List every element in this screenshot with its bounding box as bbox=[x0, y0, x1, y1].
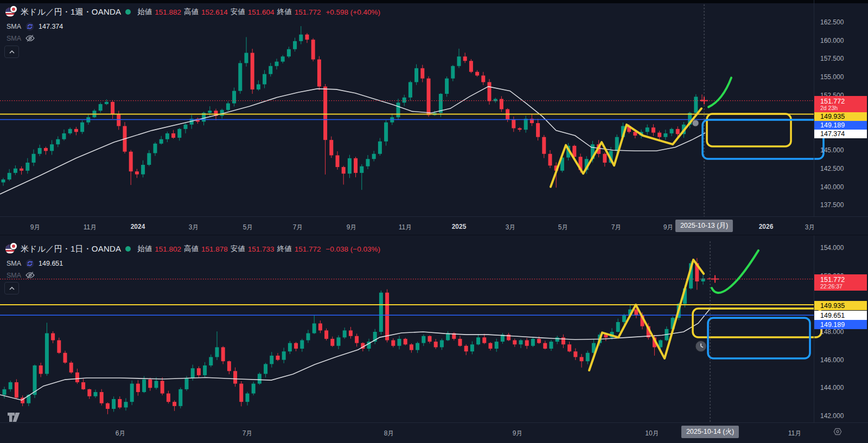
sma-indicator-row[interactable]: SMA 149.651 bbox=[7, 259, 63, 268]
time-axis-label: 8月 bbox=[384, 429, 394, 438]
open-value: 151.882 bbox=[155, 8, 181, 16]
current-bar-date-label-weekly: 2025-10-13 (月) bbox=[675, 220, 733, 232]
sma-hidden-indicator-row[interactable]: SMA bbox=[7, 34, 35, 43]
last-price-marker-daily bbox=[711, 275, 719, 283]
time-axis-label: 7月 bbox=[242, 429, 253, 438]
high-value: 151.878 bbox=[201, 245, 228, 253]
price-axis-label: 149.935 bbox=[814, 112, 867, 121]
time-axis-label: 9月 bbox=[30, 223, 41, 232]
price-tick-label: 145.000 bbox=[820, 146, 844, 154]
current-bar-date-label-daily: 2025-10-14 (火) bbox=[681, 426, 739, 438]
price-scale-settings-icon[interactable] bbox=[832, 426, 843, 437]
rect-drawing-yellow-weekly[interactable] bbox=[707, 114, 791, 146]
time-axis-label: 3月 bbox=[506, 223, 516, 232]
time-axis-label: 2025 bbox=[452, 223, 467, 230]
time-axis-label: 9月 bbox=[347, 223, 357, 232]
close-label: 終値 bbox=[277, 7, 292, 17]
price-tick-label: 137.500 bbox=[820, 201, 844, 209]
time-axis-label: 5月 bbox=[243, 223, 253, 232]
change-value: −0.038 (−0.03%) bbox=[326, 245, 380, 253]
time-axis-label: 11月 bbox=[399, 223, 412, 232]
sma-hidden-indicator-row[interactable]: SMA bbox=[7, 271, 35, 280]
sma-hidden-label: SMA bbox=[7, 272, 21, 279]
time-axis-label: 9月 bbox=[663, 223, 674, 232]
time-axis-weekly[interactable]: 2025-10-13 (月) 9月11月20243月5月7月9月11月20253… bbox=[0, 216, 868, 235]
time-axis-label: 2024 bbox=[131, 223, 145, 230]
symbol-title-weekly[interactable]: 米ドル／円・1週・OANDA bbox=[21, 7, 121, 17]
sma-line-daily[interactable] bbox=[0, 309, 710, 400]
collapse-indicators-button-daily[interactable] bbox=[4, 282, 19, 294]
price-tick-label: 162.500 bbox=[820, 18, 844, 26]
price-axis-label: 149.935 bbox=[814, 301, 867, 310]
low-value: 151.604 bbox=[248, 8, 275, 16]
market-open-dot-icon bbox=[125, 9, 131, 15]
time-axis-label: 10月 bbox=[645, 429, 659, 438]
price-tick-label: 142.500 bbox=[820, 165, 844, 172]
candlestick-series-weekly[interactable] bbox=[2, 26, 704, 190]
sma-hidden-label: SMA bbox=[7, 35, 21, 42]
price-axis-label: 147.374 bbox=[814, 130, 867, 138]
ohlc-row-weekly: 始値151.882 高値152.614 安値151.604 終値151.772 … bbox=[137, 7, 380, 17]
drawing-anchor-clock-icon-daily[interactable] bbox=[695, 341, 706, 352]
sma-value: 147.374 bbox=[39, 23, 63, 30]
price-axis-label: 151.7722d 23h bbox=[814, 96, 867, 112]
low-label: 安値 bbox=[231, 7, 245, 17]
time-axis-label: 3月 bbox=[805, 223, 815, 232]
time-axis-label: 7月 bbox=[611, 223, 622, 232]
projection-arrow-weekly[interactable] bbox=[709, 78, 731, 107]
sma-label: SMA bbox=[7, 23, 21, 30]
symbol-title-daily[interactable]: 米ドル／円・1日・OANDA bbox=[21, 244, 121, 254]
rect-drawing-blue-weekly[interactable] bbox=[703, 120, 824, 159]
indicator-refresh-icon[interactable] bbox=[25, 259, 34, 268]
price-tick-label: 155.000 bbox=[820, 73, 844, 81]
price-axis-label: 151.77222:26:37 bbox=[814, 274, 867, 291]
time-axis-label: 2026 bbox=[759, 223, 774, 230]
time-axis-label: 9月 bbox=[513, 429, 523, 438]
weekly-pane-header: 米ドル／円・1週・OANDA 始値151.882 高値152.614 安値151… bbox=[5, 6, 380, 18]
time-axis-label: 5月 bbox=[558, 223, 569, 232]
price-tick-label: 140.000 bbox=[820, 183, 844, 191]
sma-label: SMA bbox=[7, 260, 21, 267]
price-tick-label: 142.000 bbox=[820, 412, 844, 420]
usdjpy-flag-icon bbox=[5, 7, 16, 17]
open-label: 始値 bbox=[137, 7, 152, 17]
time-axis-label: 3月 bbox=[189, 223, 199, 232]
open-label: 始値 bbox=[137, 244, 152, 254]
price-tick-label: 157.500 bbox=[820, 55, 844, 62]
price-tick-label: 146.000 bbox=[820, 356, 844, 364]
high-label: 高値 bbox=[184, 244, 199, 254]
last-price-marker-weekly bbox=[700, 97, 708, 105]
chevron-up-icon bbox=[9, 50, 15, 54]
window-top-strip bbox=[0, 0, 868, 3]
price-axis-label: 149.651 bbox=[814, 311, 867, 320]
collapse-indicators-button-weekly[interactable] bbox=[4, 46, 19, 58]
price-tick-label: 160.000 bbox=[820, 37, 844, 44]
time-axis-label: 11月 bbox=[84, 223, 97, 232]
change-value: +0.598 (+0.40%) bbox=[326, 8, 380, 16]
close-value: 151.772 bbox=[295, 8, 321, 16]
price-tick-label: 144.000 bbox=[820, 384, 844, 391]
daily-pane-header: 米ドル／円・1日・OANDA 始値151.802 高値151.878 安値151… bbox=[5, 243, 380, 255]
rect-drawing-yellow-daily[interactable] bbox=[693, 309, 821, 337]
price-axis-label: 149.189 bbox=[814, 320, 867, 329]
time-axis-label: 7月 bbox=[293, 223, 303, 232]
price-axis-label: 149.189 bbox=[814, 121, 867, 130]
trading-chart-app: 米ドル／円・1週・OANDA 始値151.882 高値152.614 安値151… bbox=[0, 0, 868, 443]
tradingview-logo bbox=[7, 412, 23, 423]
time-axis-label: 11月 bbox=[788, 429, 801, 438]
time-axis-daily[interactable]: 2025-10-14 (火) 6月7月8月9月10月11月 bbox=[0, 422, 868, 443]
projection-arrow-daily[interactable] bbox=[712, 251, 758, 293]
drawing-anchor-dot-weekly[interactable] bbox=[692, 120, 699, 126]
indicator-refresh-icon[interactable] bbox=[25, 22, 34, 31]
eye-off-icon[interactable] bbox=[25, 271, 35, 279]
open-value: 151.802 bbox=[155, 245, 181, 253]
sma-indicator-row[interactable]: SMA 147.374 bbox=[7, 22, 63, 31]
price-tick-label: 154.000 bbox=[820, 244, 844, 252]
price-tick-label: 148.000 bbox=[820, 328, 844, 336]
ohlc-row-daily: 始値151.802 高値151.878 安値151.733 終値151.772 … bbox=[137, 244, 380, 254]
candlestick-series-daily[interactable] bbox=[3, 258, 711, 414]
time-axis-label: 6月 bbox=[116, 429, 126, 438]
eye-off-icon[interactable] bbox=[25, 34, 35, 42]
high-label: 高値 bbox=[184, 7, 199, 17]
low-label: 安値 bbox=[231, 244, 245, 254]
